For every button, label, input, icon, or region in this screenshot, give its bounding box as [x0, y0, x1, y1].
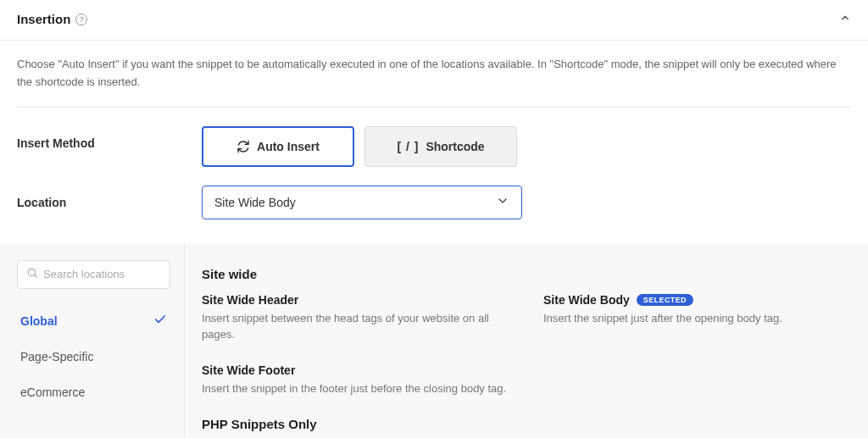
location-option-footer[interactable]: Site Wide Footer Insert the snippet in t…: [202, 363, 509, 397]
location-picker: Global Page-Specific eCommerce Site wide…: [0, 243, 868, 438]
search-icon: [26, 267, 38, 281]
auto-insert-button[interactable]: Auto Insert: [202, 126, 354, 167]
location-label: Location: [17, 186, 202, 209]
check-icon: [153, 313, 167, 329]
group-site-wide: Site wide: [202, 267, 851, 281]
help-icon[interactable]: ?: [75, 14, 87, 25]
location-option-body[interactable]: Site Wide Body SELECTED Insert the snipp…: [543, 293, 851, 343]
location-desc: Insert the snippet just after the openin…: [543, 310, 851, 327]
refresh-icon: [236, 140, 250, 153]
category-label: Global: [20, 314, 58, 328]
category-global[interactable]: Global: [17, 304, 170, 338]
search-input[interactable]: [43, 268, 161, 280]
panel-header[interactable]: Insertion ?: [0, 0, 868, 41]
location-select[interactable]: Site Wide Body: [202, 186, 522, 219]
shortcode-label: Shortcode: [426, 140, 484, 153]
auto-insert-label: Auto Insert: [257, 140, 320, 153]
location-option-header[interactable]: Site Wide Header Insert snippet between …: [202, 293, 509, 343]
category-label: Page-Specific: [20, 350, 93, 363]
selected-badge: SELECTED: [637, 294, 693, 306]
shortcode-icon: [ / ]: [397, 140, 419, 153]
chevron-up-icon[interactable]: [839, 12, 851, 26]
location-name: Site Wide Header: [202, 293, 509, 307]
panel-description: Choose "Auto Insert" if you want the sni…: [17, 56, 851, 108]
svg-point-0: [28, 269, 35, 275]
category-label: eCommerce: [20, 385, 85, 399]
location-name: Site Wide Footer: [202, 363, 509, 377]
location-select-value: Site Wide Body: [214, 196, 296, 209]
group-php-only: PHP Snippets Only: [202, 417, 851, 431]
location-name: Site Wide Body: [543, 293, 630, 307]
location-desc: Insert snippet between the head tags of …: [202, 310, 509, 343]
insert-method-label: Insert Method: [17, 126, 202, 150]
shortcode-button[interactable]: [ / ] Shortcode: [364, 126, 517, 167]
panel-title: Insertion: [17, 12, 70, 26]
category-page-specific[interactable]: Page-Specific: [17, 340, 170, 374]
search-input-wrap[interactable]: [17, 260, 170, 289]
category-ecommerce[interactable]: eCommerce: [17, 375, 170, 409]
location-desc: Insert the snippet in the footer just be…: [202, 380, 509, 397]
chevron-down-icon: [496, 194, 509, 210]
